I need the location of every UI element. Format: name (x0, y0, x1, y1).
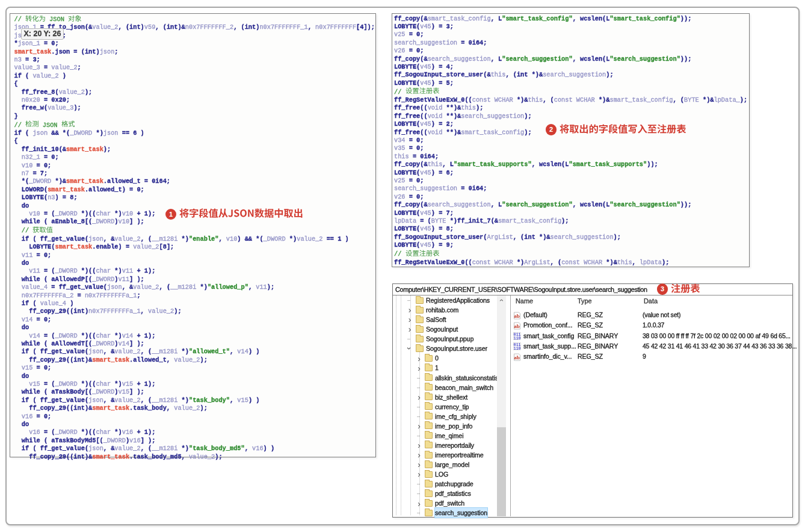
svg-text:ab: ab (514, 354, 520, 360)
svg-text:ab: ab (514, 312, 520, 318)
svg-text:110: 110 (514, 347, 521, 350)
svg-text:ab: ab (514, 323, 520, 329)
svg-text:110: 110 (514, 336, 521, 340)
